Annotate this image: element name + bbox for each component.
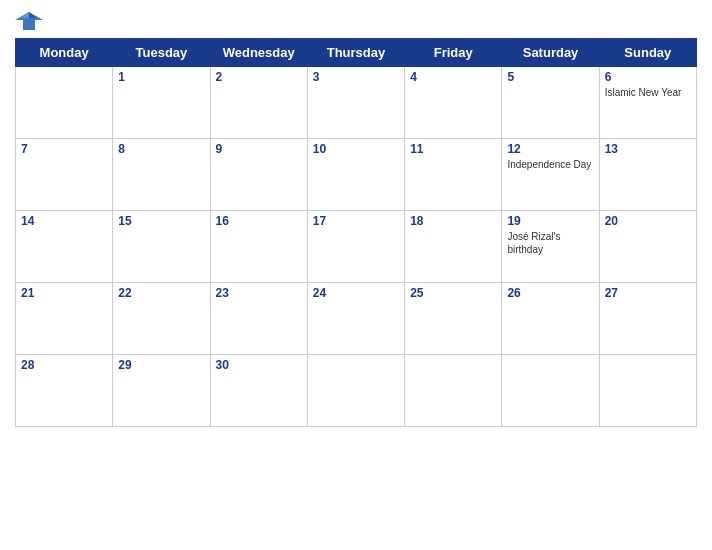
day-number: 13 xyxy=(605,142,691,156)
calendar-cell: 6Islamic New Year xyxy=(599,67,696,139)
weekday-header-friday: Friday xyxy=(405,39,502,67)
calendar-cell: 12Independence Day xyxy=(502,139,599,211)
calendar-cell: 30 xyxy=(210,355,307,427)
day-number: 3 xyxy=(313,70,399,84)
calendar-cell xyxy=(405,355,502,427)
weekday-header-saturday: Saturday xyxy=(502,39,599,67)
calendar-cell: 1 xyxy=(113,67,210,139)
day-number: 5 xyxy=(507,70,593,84)
calendar-cell xyxy=(307,355,404,427)
calendar-cell: 28 xyxy=(16,355,113,427)
day-number: 14 xyxy=(21,214,107,228)
day-number: 11 xyxy=(410,142,496,156)
calendar-week-row: 282930 xyxy=(16,355,697,427)
calendar-cell: 7 xyxy=(16,139,113,211)
calendar-cell: 2 xyxy=(210,67,307,139)
day-number: 10 xyxy=(313,142,399,156)
weekday-header-row: MondayTuesdayWednesdayThursdayFridaySatu… xyxy=(16,39,697,67)
logo-bird-icon xyxy=(15,10,43,32)
day-number: 17 xyxy=(313,214,399,228)
calendar-cell: 20 xyxy=(599,211,696,283)
calendar-cell: 9 xyxy=(210,139,307,211)
calendar-cell: 23 xyxy=(210,283,307,355)
calendar-cell: 5 xyxy=(502,67,599,139)
calendar-week-row: 141516171819José Rizal's birthday20 xyxy=(16,211,697,283)
calendar-cell: 24 xyxy=(307,283,404,355)
weekday-header-thursday: Thursday xyxy=(307,39,404,67)
day-number: 21 xyxy=(21,286,107,300)
calendar-cell: 10 xyxy=(307,139,404,211)
day-number: 8 xyxy=(118,142,204,156)
day-number: 1 xyxy=(118,70,204,84)
calendar-cell: 21 xyxy=(16,283,113,355)
day-number: 25 xyxy=(410,286,496,300)
calendar-cell: 8 xyxy=(113,139,210,211)
calendar-cell: 26 xyxy=(502,283,599,355)
calendar-cell xyxy=(502,355,599,427)
calendar-cell: 27 xyxy=(599,283,696,355)
day-number: 23 xyxy=(216,286,302,300)
day-number: 20 xyxy=(605,214,691,228)
holiday-label: Independence Day xyxy=(507,158,593,171)
calendar-cell: 4 xyxy=(405,67,502,139)
day-number: 22 xyxy=(118,286,204,300)
calendar-cell: 13 xyxy=(599,139,696,211)
weekday-header-sunday: Sunday xyxy=(599,39,696,67)
day-number: 4 xyxy=(410,70,496,84)
calendar-cell: 19José Rizal's birthday xyxy=(502,211,599,283)
day-number: 9 xyxy=(216,142,302,156)
calendar-page: MondayTuesdayWednesdayThursdayFridaySatu… xyxy=(0,0,712,550)
day-number: 28 xyxy=(21,358,107,372)
calendar-cell: 18 xyxy=(405,211,502,283)
day-number: 26 xyxy=(507,286,593,300)
day-number: 18 xyxy=(410,214,496,228)
calendar-cell: 16 xyxy=(210,211,307,283)
day-number: 24 xyxy=(313,286,399,300)
calendar-header xyxy=(15,10,697,32)
calendar-cell: 25 xyxy=(405,283,502,355)
calendar-week-row: 789101112Independence Day13 xyxy=(16,139,697,211)
day-number: 2 xyxy=(216,70,302,84)
calendar-cell: 22 xyxy=(113,283,210,355)
day-number: 12 xyxy=(507,142,593,156)
weekday-header-monday: Monday xyxy=(16,39,113,67)
calendar-cell xyxy=(599,355,696,427)
day-number: 30 xyxy=(216,358,302,372)
calendar-cell: 14 xyxy=(16,211,113,283)
day-number: 29 xyxy=(118,358,204,372)
calendar-week-row: 123456Islamic New Year xyxy=(16,67,697,139)
calendar-cell: 3 xyxy=(307,67,404,139)
logo xyxy=(15,10,47,32)
day-number: 6 xyxy=(605,70,691,84)
calendar-week-row: 21222324252627 xyxy=(16,283,697,355)
calendar-cell: 17 xyxy=(307,211,404,283)
weekday-header-tuesday: Tuesday xyxy=(113,39,210,67)
calendar-cell: 11 xyxy=(405,139,502,211)
day-number: 16 xyxy=(216,214,302,228)
holiday-label: José Rizal's birthday xyxy=(507,230,593,256)
day-number: 15 xyxy=(118,214,204,228)
calendar-cell xyxy=(16,67,113,139)
calendar-table: MondayTuesdayWednesdayThursdayFridaySatu… xyxy=(15,38,697,427)
holiday-label: Islamic New Year xyxy=(605,86,691,99)
weekday-header-wednesday: Wednesday xyxy=(210,39,307,67)
calendar-cell: 29 xyxy=(113,355,210,427)
day-number: 19 xyxy=(507,214,593,228)
day-number: 7 xyxy=(21,142,107,156)
calendar-cell: 15 xyxy=(113,211,210,283)
day-number: 27 xyxy=(605,286,691,300)
